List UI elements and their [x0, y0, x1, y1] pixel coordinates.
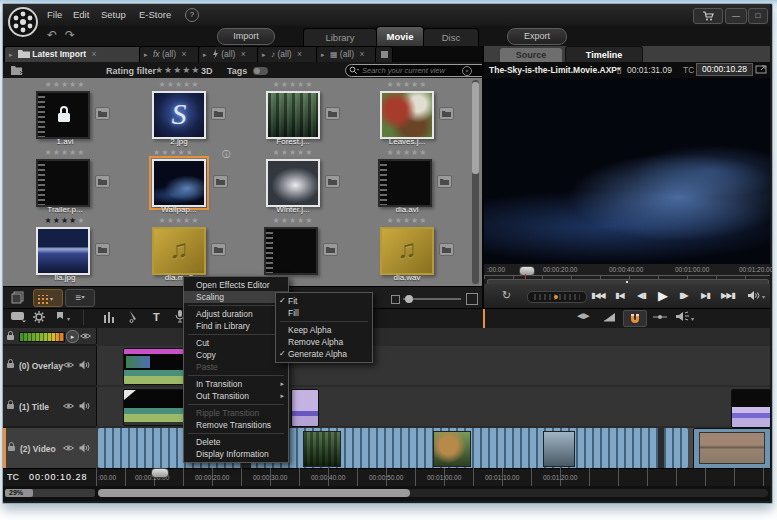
- thumbnail-zoom-slider[interactable]: [403, 298, 461, 300]
- menu-item-out-transition[interactable]: Out Transition▸: [184, 390, 288, 402]
- asset-thumbnail[interactable]: ♫: [152, 227, 206, 275]
- timeline-zoom-indicator[interactable]: 29%: [5, 489, 95, 497]
- scenes-icon[interactable]: [11, 291, 25, 304]
- collection-badge-icon[interactable]: [211, 107, 226, 120]
- search-input[interactable]: [345, 64, 501, 77]
- clip-photo-thumbnail[interactable]: [543, 431, 575, 467]
- speaker-icon[interactable]: [79, 360, 90, 370]
- timeline-scrollbar[interactable]: [98, 489, 768, 497]
- collection-badge-icon[interactable]: [95, 243, 110, 256]
- close-icon[interactable]: ×: [241, 49, 246, 59]
- item-rating[interactable]: ★★★★★: [353, 216, 461, 225]
- zoom-out-icon[interactable]: [391, 295, 400, 304]
- close-icon[interactable]: ×: [181, 49, 186, 59]
- menu-item-adjust-duration[interactable]: Adjust duration: [184, 308, 288, 320]
- collection-badge-icon[interactable]: [439, 107, 454, 120]
- asset-thumbnail[interactable]: ♫: [380, 227, 434, 275]
- asset-thumbnail[interactable]: [266, 159, 320, 207]
- tab-expand-icon[interactable]: ▸: [262, 51, 266, 58]
- menu-file[interactable]: File: [47, 9, 62, 20]
- asset-thumbnail[interactable]: [36, 227, 90, 275]
- item-rating[interactable]: ★★★★★: [353, 80, 461, 89]
- undo-icon[interactable]: ↶: [47, 28, 57, 42]
- collection-badge-icon[interactable]: [437, 175, 452, 188]
- item-rating[interactable]: ★★★★★: [125, 80, 233, 89]
- scorefitter-horn-icon[interactable]: [675, 311, 689, 322]
- audio-level-meter[interactable]: [19, 332, 65, 342]
- menu-item-in-transition[interactable]: In Transition▸: [184, 378, 288, 390]
- tab-expand-icon[interactable]: ▸: [144, 51, 148, 58]
- lock-icon[interactable]: [6, 331, 15, 341]
- library-scrollbar[interactable]: [472, 80, 479, 284]
- magnet-snap-button[interactable]: [623, 310, 647, 327]
- title-clip-purple[interactable]: [291, 389, 319, 427]
- menu-item-copy[interactable]: Copy: [184, 349, 288, 361]
- eye-icon[interactable]: [63, 361, 74, 369]
- item-rating[interactable]: ★★★★★: [239, 80, 347, 89]
- close-icon[interactable]: ×: [91, 49, 96, 59]
- settings-gear-icon[interactable]: [33, 311, 45, 323]
- timecode-field[interactable]: 00:00:10.28: [696, 63, 753, 76]
- item-rating[interactable]: ★★★★★: [239, 148, 347, 157]
- title-editor-icon[interactable]: T: [153, 311, 160, 323]
- collection-badge-icon[interactable]: [325, 107, 340, 120]
- go-to-start-button[interactable]: ▮◀◀: [591, 291, 605, 300]
- video-preview[interactable]: [484, 78, 770, 264]
- detach-player-icon[interactable]: [755, 64, 767, 74]
- loop-icon[interactable]: ↻: [502, 289, 511, 302]
- tab-timeline[interactable]: Timeline: [565, 46, 643, 63]
- collection-badge-icon[interactable]: [95, 107, 110, 120]
- expand-tracks-button[interactable]: ▸: [66, 330, 79, 343]
- frame-back-button[interactable]: ◀▮: [637, 291, 646, 300]
- menu-setup[interactable]: Setup: [101, 9, 126, 20]
- asset-thumbnail[interactable]: [36, 91, 90, 139]
- go-to-end-button[interactable]: ▶▶▮: [721, 291, 735, 300]
- submenu-item-remove-alpha[interactable]: Remove Alpha: [276, 336, 372, 348]
- timeline-playhead-handle[interactable]: [151, 468, 169, 478]
- cart-icon[interactable]: [693, 8, 723, 24]
- shuttle-control[interactable]: [527, 291, 587, 303]
- 3d-filter-label[interactable]: 3D: [201, 66, 213, 76]
- submenu-item-keep-alpha[interactable]: Keep Alpha: [276, 324, 372, 336]
- volume-icon[interactable]: [747, 290, 761, 301]
- eye-icon[interactable]: [63, 444, 74, 452]
- item-rating[interactable]: ★★★★★ ✓: [125, 148, 233, 157]
- submenu-item-fill[interactable]: Fill: [276, 307, 372, 319]
- eye-icon[interactable]: [63, 402, 74, 410]
- asset-thumbnail[interactable]: [378, 159, 432, 207]
- menu-item-delete[interactable]: Delete: [184, 436, 288, 448]
- horn-dropdown-icon[interactable]: ▾: [691, 315, 694, 322]
- previous-clip-button[interactable]: ▮◀: [615, 291, 624, 300]
- timeline-tc-value[interactable]: 00:00:10.28: [29, 472, 88, 482]
- title-clip-purple[interactable]: [731, 389, 771, 428]
- video-photo-clip[interactable]: [693, 428, 771, 470]
- play-button[interactable]: ▶: [658, 288, 667, 303]
- asset-thumbnail[interactable]: [264, 227, 318, 275]
- tab-source[interactable]: Source: [500, 48, 562, 62]
- collection-badge-icon[interactable]: [95, 175, 110, 188]
- clip-photo-thumbnail[interactable]: [433, 431, 471, 467]
- playhead-handle[interactable]: [519, 266, 535, 276]
- tags-label[interactable]: Tags: [227, 66, 247, 76]
- slider-handle[interactable]: [405, 295, 413, 303]
- clear-search-icon[interactable]: ×: [462, 66, 472, 76]
- item-rating[interactable]: ★★★★★: [11, 80, 119, 89]
- lock-icon[interactable]: [7, 442, 16, 452]
- minimize-button[interactable]: —: [725, 8, 747, 24]
- close-icon[interactable]: ×: [359, 49, 364, 59]
- lock-icon[interactable]: [6, 359, 15, 369]
- menu-estore[interactable]: E-Store: [139, 9, 171, 20]
- list-view-button[interactable]: ≡▾: [65, 289, 95, 307]
- collection-badge-icon[interactable]: [211, 243, 226, 256]
- tab-expand-icon[interactable]: ▸: [321, 51, 325, 58]
- submenu-item-fit[interactable]: ✓Fit: [276, 295, 372, 307]
- clip-photo-thumbnail[interactable]: [303, 431, 341, 467]
- help-icon[interactable]: ?: [185, 8, 199, 22]
- export-button[interactable]: Export: [507, 28, 567, 45]
- item-rating[interactable]: ★★★★★: [353, 148, 461, 157]
- zoom-in-icon[interactable]: [466, 293, 478, 305]
- scrollbar-thumb[interactable]: [98, 489, 410, 497]
- eye-icon[interactable]: [80, 332, 91, 340]
- close-icon[interactable]: ×: [297, 49, 302, 59]
- marker-dropdown-icon[interactable]: ▾: [67, 315, 70, 322]
